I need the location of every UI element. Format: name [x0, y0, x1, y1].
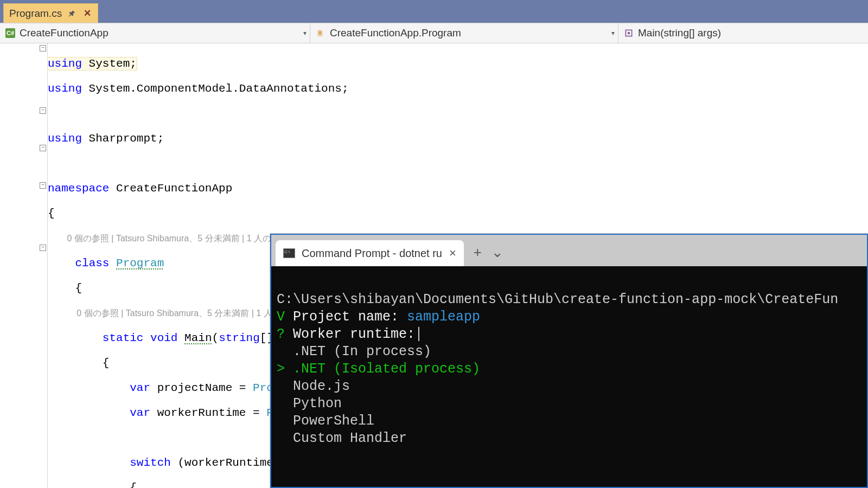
terminal-option[interactable]: .NET (In process) [293, 344, 431, 359]
document-tab-bar: Program.cs ✕ [0, 0, 868, 23]
nav-type-dropdown[interactable]: CreateFunctionApp.Program ▾ [310, 23, 618, 43]
nav-member-label: Main(string[] args) [638, 27, 721, 39]
terminal-project-value: sampleapp [407, 309, 480, 325]
new-tab-button[interactable]: + [474, 244, 482, 266]
terminal-window[interactable]: Command Prompt - dotnet run × + ⌄ C:\Use… [270, 234, 868, 488]
terminal-path: C:\Users\shibayan\Documents\GitHub\creat… [277, 292, 838, 307]
terminal-cursor [418, 327, 419, 341]
close-icon[interactable]: × [449, 247, 456, 259]
terminal-option[interactable]: Node.js [293, 378, 350, 394]
terminal-option-selected[interactable]: .NET (Isolated process) [293, 361, 480, 377]
terminal-output[interactable]: C:\Users\shibayan\Documents\GitHub\creat… [271, 266, 867, 447]
class-name-token: Program [116, 257, 164, 269]
terminal-titlebar[interactable]: Command Prompt - dotnet run × + ⌄ [271, 235, 867, 266]
file-tab-program-cs[interactable]: Program.cs ✕ [3, 3, 98, 23]
close-icon[interactable]: ✕ [82, 9, 92, 18]
tab-bar-empty [98, 3, 868, 23]
terminal-option[interactable]: Python [293, 396, 342, 412]
fold-toggle[interactable]: − [40, 145, 46, 151]
tab-menu-chevron-icon[interactable]: ⌄ [492, 244, 503, 266]
csharp-icon: C# [5, 28, 15, 38]
chevron-down-icon: ▾ [303, 29, 307, 37]
file-tab-label: Program.cs [9, 8, 62, 20]
fold-toggle[interactable]: − [40, 182, 46, 189]
terminal-option[interactable]: PowerShell [293, 413, 374, 429]
navigation-bar: C# CreateFunctionApp ▾ CreateFunctionApp… [0, 23, 868, 43]
chevron-down-icon: ▾ [611, 29, 615, 37]
fold-toggle[interactable]: − [40, 245, 46, 251]
fold-toggle[interactable]: − [40, 107, 46, 114]
method-icon [624, 28, 634, 38]
pin-icon[interactable] [67, 9, 77, 18]
nav-project-label: CreateFunctionApp [20, 27, 108, 39]
nav-type-label: CreateFunctionApp.Program [330, 27, 461, 39]
cmd-icon [283, 248, 295, 258]
svg-point-1 [628, 32, 630, 35]
nav-member-dropdown[interactable]: Main(string[] args) [618, 23, 868, 43]
terminal-option[interactable]: Custom Handler [293, 431, 407, 446]
class-icon [316, 28, 326, 38]
terminal-tab[interactable]: Command Prompt - dotnet run × [276, 240, 464, 266]
code-gutter: − − − − − [0, 43, 48, 488]
fold-toggle[interactable]: − [40, 45, 46, 52]
terminal-tab-title: Command Prompt - dotnet run [302, 247, 443, 260]
nav-project-dropdown[interactable]: C# CreateFunctionApp ▾ [0, 23, 310, 43]
